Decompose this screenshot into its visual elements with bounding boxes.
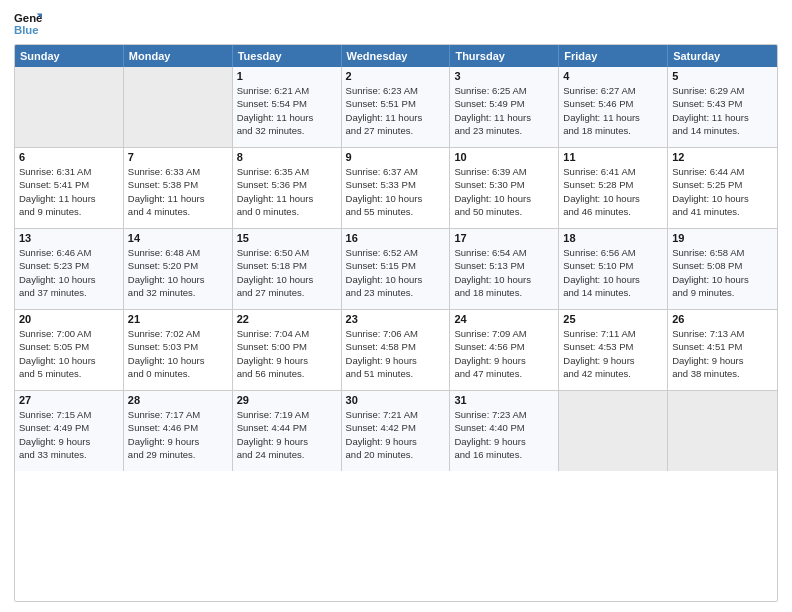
day-number: 5 [672,70,773,82]
day-number: 26 [672,313,773,325]
day-number: 9 [346,151,446,163]
day-info: Sunrise: 7:04 AM Sunset: 5:00 PM Dayligh… [237,327,337,380]
day-info: Sunrise: 6:46 AM Sunset: 5:23 PM Dayligh… [19,246,119,299]
logo: General Blue [14,10,42,38]
calendar-cell: 18Sunrise: 6:56 AM Sunset: 5:10 PM Dayli… [559,229,668,309]
calendar-cell: 10Sunrise: 6:39 AM Sunset: 5:30 PM Dayli… [450,148,559,228]
day-info: Sunrise: 6:58 AM Sunset: 5:08 PM Dayligh… [672,246,773,299]
weekday-header: Friday [559,45,668,67]
day-number: 16 [346,232,446,244]
calendar-week-row: 20Sunrise: 7:00 AM Sunset: 5:05 PM Dayli… [15,310,777,391]
day-info: Sunrise: 6:25 AM Sunset: 5:49 PM Dayligh… [454,84,554,137]
day-info: Sunrise: 6:21 AM Sunset: 5:54 PM Dayligh… [237,84,337,137]
calendar-cell: 5Sunrise: 6:29 AM Sunset: 5:43 PM Daylig… [668,67,777,147]
day-number: 2 [346,70,446,82]
day-info: Sunrise: 7:09 AM Sunset: 4:56 PM Dayligh… [454,327,554,380]
calendar-cell: 17Sunrise: 6:54 AM Sunset: 5:13 PM Dayli… [450,229,559,309]
page: General Blue SundayMondayTuesdayWednesda… [0,0,792,612]
day-info: Sunrise: 6:50 AM Sunset: 5:18 PM Dayligh… [237,246,337,299]
calendar-cell: 9Sunrise: 6:37 AM Sunset: 5:33 PM Daylig… [342,148,451,228]
day-number: 23 [346,313,446,325]
day-info: Sunrise: 7:21 AM Sunset: 4:42 PM Dayligh… [346,408,446,461]
calendar-cell: 23Sunrise: 7:06 AM Sunset: 4:58 PM Dayli… [342,310,451,390]
day-info: Sunrise: 7:13 AM Sunset: 4:51 PM Dayligh… [672,327,773,380]
calendar-week-row: 1Sunrise: 6:21 AM Sunset: 5:54 PM Daylig… [15,67,777,148]
day-info: Sunrise: 6:54 AM Sunset: 5:13 PM Dayligh… [454,246,554,299]
calendar-cell: 24Sunrise: 7:09 AM Sunset: 4:56 PM Dayli… [450,310,559,390]
day-info: Sunrise: 6:48 AM Sunset: 5:20 PM Dayligh… [128,246,228,299]
weekday-header: Sunday [15,45,124,67]
calendar-cell: 15Sunrise: 6:50 AM Sunset: 5:18 PM Dayli… [233,229,342,309]
calendar-cell: 29Sunrise: 7:19 AM Sunset: 4:44 PM Dayli… [233,391,342,471]
calendar-cell: 20Sunrise: 7:00 AM Sunset: 5:05 PM Dayli… [15,310,124,390]
calendar-cell: 16Sunrise: 6:52 AM Sunset: 5:15 PM Dayli… [342,229,451,309]
day-number: 30 [346,394,446,406]
calendar-week-row: 13Sunrise: 6:46 AM Sunset: 5:23 PM Dayli… [15,229,777,310]
day-number: 7 [128,151,228,163]
day-info: Sunrise: 6:56 AM Sunset: 5:10 PM Dayligh… [563,246,663,299]
day-number: 18 [563,232,663,244]
day-number: 6 [19,151,119,163]
calendar-cell: 30Sunrise: 7:21 AM Sunset: 4:42 PM Dayli… [342,391,451,471]
day-number: 11 [563,151,663,163]
calendar-cell: 13Sunrise: 6:46 AM Sunset: 5:23 PM Dayli… [15,229,124,309]
day-info: Sunrise: 7:00 AM Sunset: 5:05 PM Dayligh… [19,327,119,380]
calendar-week-row: 6Sunrise: 6:31 AM Sunset: 5:41 PM Daylig… [15,148,777,229]
calendar-cell: 11Sunrise: 6:41 AM Sunset: 5:28 PM Dayli… [559,148,668,228]
day-info: Sunrise: 6:44 AM Sunset: 5:25 PM Dayligh… [672,165,773,218]
day-info: Sunrise: 6:27 AM Sunset: 5:46 PM Dayligh… [563,84,663,137]
day-info: Sunrise: 6:37 AM Sunset: 5:33 PM Dayligh… [346,165,446,218]
logo-icon: General Blue [14,10,42,38]
day-number: 13 [19,232,119,244]
day-info: Sunrise: 7:15 AM Sunset: 4:49 PM Dayligh… [19,408,119,461]
weekday-header: Wednesday [342,45,451,67]
day-number: 25 [563,313,663,325]
day-number: 27 [19,394,119,406]
day-number: 22 [237,313,337,325]
calendar-cell [668,391,777,471]
day-info: Sunrise: 7:11 AM Sunset: 4:53 PM Dayligh… [563,327,663,380]
calendar-cell [559,391,668,471]
weekday-header: Monday [124,45,233,67]
day-info: Sunrise: 7:02 AM Sunset: 5:03 PM Dayligh… [128,327,228,380]
day-info: Sunrise: 6:41 AM Sunset: 5:28 PM Dayligh… [563,165,663,218]
calendar-cell: 3Sunrise: 6:25 AM Sunset: 5:49 PM Daylig… [450,67,559,147]
calendar-cell: 12Sunrise: 6:44 AM Sunset: 5:25 PM Dayli… [668,148,777,228]
calendar-week-row: 27Sunrise: 7:15 AM Sunset: 4:49 PM Dayli… [15,391,777,471]
calendar-cell: 6Sunrise: 6:31 AM Sunset: 5:41 PM Daylig… [15,148,124,228]
day-info: Sunrise: 6:33 AM Sunset: 5:38 PM Dayligh… [128,165,228,218]
day-number: 12 [672,151,773,163]
day-number: 20 [19,313,119,325]
calendar-cell [15,67,124,147]
day-info: Sunrise: 6:35 AM Sunset: 5:36 PM Dayligh… [237,165,337,218]
calendar-cell: 14Sunrise: 6:48 AM Sunset: 5:20 PM Dayli… [124,229,233,309]
weekday-header: Tuesday [233,45,342,67]
day-info: Sunrise: 7:06 AM Sunset: 4:58 PM Dayligh… [346,327,446,380]
day-number: 4 [563,70,663,82]
calendar-cell: 27Sunrise: 7:15 AM Sunset: 4:49 PM Dayli… [15,391,124,471]
weekday-header: Thursday [450,45,559,67]
day-number: 29 [237,394,337,406]
day-number: 28 [128,394,228,406]
calendar-cell: 4Sunrise: 6:27 AM Sunset: 5:46 PM Daylig… [559,67,668,147]
calendar-cell: 28Sunrise: 7:17 AM Sunset: 4:46 PM Dayli… [124,391,233,471]
day-info: Sunrise: 6:29 AM Sunset: 5:43 PM Dayligh… [672,84,773,137]
day-info: Sunrise: 6:39 AM Sunset: 5:30 PM Dayligh… [454,165,554,218]
day-number: 21 [128,313,228,325]
day-number: 17 [454,232,554,244]
day-number: 3 [454,70,554,82]
day-number: 31 [454,394,554,406]
day-number: 19 [672,232,773,244]
day-info: Sunrise: 7:19 AM Sunset: 4:44 PM Dayligh… [237,408,337,461]
calendar-cell: 21Sunrise: 7:02 AM Sunset: 5:03 PM Dayli… [124,310,233,390]
day-number: 24 [454,313,554,325]
calendar-cell: 25Sunrise: 7:11 AM Sunset: 4:53 PM Dayli… [559,310,668,390]
calendar-header: SundayMondayTuesdayWednesdayThursdayFrid… [15,45,777,67]
calendar-body: 1Sunrise: 6:21 AM Sunset: 5:54 PM Daylig… [15,67,777,471]
calendar-cell: 1Sunrise: 6:21 AM Sunset: 5:54 PM Daylig… [233,67,342,147]
calendar-cell: 26Sunrise: 7:13 AM Sunset: 4:51 PM Dayli… [668,310,777,390]
header: General Blue [14,10,778,38]
svg-text:Blue: Blue [14,24,39,36]
calendar-cell: 22Sunrise: 7:04 AM Sunset: 5:00 PM Dayli… [233,310,342,390]
day-number: 1 [237,70,337,82]
